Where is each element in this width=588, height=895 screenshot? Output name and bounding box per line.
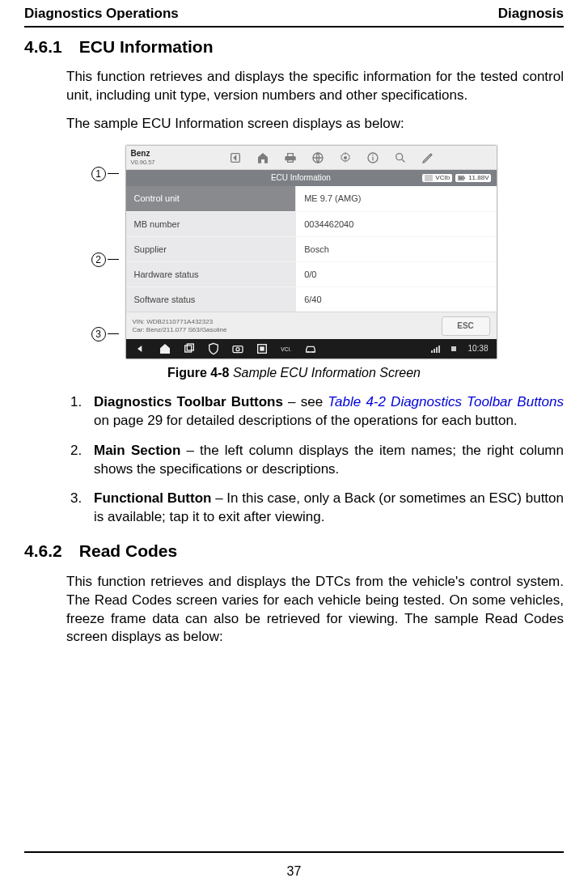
svg-point-2 (344, 156, 347, 159)
legend-1-lead: Diagnostics Toolbar Buttons (94, 394, 283, 409)
svg-rect-13 (233, 346, 243, 353)
svg-rect-10 (459, 176, 463, 179)
system-bar-left: VCI. (134, 342, 317, 355)
svg-point-19 (311, 351, 313, 353)
system-bar: VCI. 10:38 (126, 339, 497, 358)
title-bar-right: VCIb 11.88V (422, 174, 491, 183)
print-icon[interactable] (284, 151, 297, 164)
table-row: MB number 0034462040 (126, 211, 497, 236)
svg-point-14 (236, 348, 239, 351)
svg-rect-5 (372, 155, 373, 155)
svg-point-18 (307, 351, 309, 353)
search-icon[interactable] (394, 151, 407, 164)
legend-1-tail: on page 29 for detailed descriptions of … (94, 413, 518, 428)
callout-3: 3 (91, 323, 119, 346)
vcib-chip: VCIb (422, 174, 452, 183)
row-name: MB number (126, 212, 297, 236)
row-name: Supplier (126, 237, 297, 261)
table-row: Supplier Bosch (126, 236, 497, 261)
figure-legend-list: Diagnostics Toolbar Buttons – see Table … (66, 393, 564, 528)
para-461-1: This function retrieves and displays the… (66, 68, 564, 105)
vci-icon[interactable]: VCI. (280, 342, 293, 355)
heading-461-num: 4.6.1 (24, 36, 74, 58)
figure-callouts: 1 2 3 (91, 159, 119, 346)
legend-2-lead: Main Section (94, 443, 180, 458)
esc-button[interactable]: ESC (442, 316, 490, 336)
figure-4-8: 1 2 3 Benz V0.90.57 (24, 145, 564, 359)
battery-chip: 11.88V (455, 174, 491, 183)
row-name: Software status (126, 287, 297, 312)
svg-rect-7 (425, 175, 433, 181)
back-icon[interactable] (229, 151, 242, 164)
battery-value: 11.88V (468, 174, 489, 183)
row-value: ME 9.7 (AMG) (296, 186, 496, 211)
main-section: Control unit ME 9.7 (AMG) MB number 0034… (126, 186, 497, 312)
callout-1-num: 1 (91, 167, 106, 181)
heading-462-num: 4.6.2 (24, 540, 74, 562)
toolbar-icons (167, 146, 497, 169)
title-bar-title: ECU Information (271, 172, 331, 184)
functional-footer: VIN: WDB2110771A432323 Car: Benz/211.077… (126, 312, 497, 339)
svg-rect-16 (260, 346, 264, 350)
row-value: 0034462040 (296, 212, 496, 236)
callout-tick (108, 333, 119, 334)
about-icon[interactable] (366, 151, 379, 164)
figure-caption-title: Sample ECU Information Screen (233, 366, 421, 380)
brand-name: Benz (131, 150, 167, 158)
globe-icon[interactable] (311, 151, 324, 164)
para-462-1: This function retrieves and displays the… (66, 573, 564, 647)
list-item: Functional Button – In this case, only a… (86, 490, 564, 527)
callout-2: 2 (91, 248, 119, 271)
page-footer-rule (24, 851, 564, 853)
row-name: Hardware status (126, 262, 297, 286)
svg-rect-12 (187, 344, 193, 350)
callout-1: 1 (91, 163, 119, 185)
camera-icon[interactable] (231, 342, 244, 355)
status-dot-icon (451, 346, 456, 351)
callout-2-num: 2 (91, 252, 106, 267)
legend-3-lead: Functional Button (94, 490, 211, 506)
running-head-rule (24, 26, 564, 28)
screenshot-icon[interactable] (256, 342, 269, 355)
figure-caption: Figure 4-8 Sample ECU Information Screen (24, 364, 564, 382)
heading-461: 4.6.1 ECU Information (24, 36, 564, 58)
heading-462-title: Read Codes (79, 541, 177, 560)
running-head-left: Diagnostics Operations (24, 5, 179, 23)
callout-spacer (91, 271, 119, 323)
table-row: Hardware status 0/0 (126, 261, 497, 286)
svg-point-6 (396, 153, 402, 159)
row-value: 6/40 (296, 287, 496, 312)
recent-icon[interactable] (183, 342, 196, 355)
row-value: Bosch (296, 237, 496, 261)
pencil-icon[interactable] (421, 151, 434, 164)
settings-icon[interactable] (339, 151, 352, 164)
back-icon[interactable] (134, 342, 147, 355)
page-number: 37 (0, 863, 588, 880)
legend-1-dash: – see (283, 394, 328, 409)
table-row: Software status 6/40 (126, 286, 497, 312)
shield-icon[interactable] (207, 342, 220, 355)
svg-rect-11 (184, 346, 191, 352)
svg-rect-4 (372, 156, 373, 160)
table-row: Control unit ME 9.7 (AMG) (126, 186, 497, 211)
car-icon[interactable] (304, 342, 317, 355)
home-icon[interactable] (256, 151, 269, 164)
row-value: 0/0 (296, 262, 496, 286)
brand-chip[interactable]: Benz V0.90.57 (126, 146, 167, 169)
xref-table-4-2[interactable]: Table 4-2 Diagnostics Toolbar Buttons (328, 394, 564, 409)
home-icon[interactable] (159, 342, 171, 355)
svg-rect-9 (464, 177, 466, 179)
device-screenshot: Benz V0.90.57 ECU Information (125, 145, 497, 359)
clock: 10:38 (467, 343, 488, 354)
callout-tick (108, 173, 119, 174)
running-head: Diagnostics Operations Diagnosis (24, 0, 564, 26)
title-bar: ECU Information VCIb 11.88V (126, 170, 497, 186)
callout-spacer (91, 185, 119, 248)
vin-line-2: Car: Benz/211.077 S63/Gasoline (133, 326, 227, 333)
diagnostics-toolbar: Benz V0.90.57 (126, 146, 497, 170)
running-head-right: Diagnosis (498, 5, 564, 23)
signal-icon (431, 345, 440, 353)
row-name: Control unit (126, 186, 297, 211)
heading-462: 4.6.2 Read Codes (24, 540, 564, 562)
svg-text:VCI.: VCI. (281, 346, 291, 352)
